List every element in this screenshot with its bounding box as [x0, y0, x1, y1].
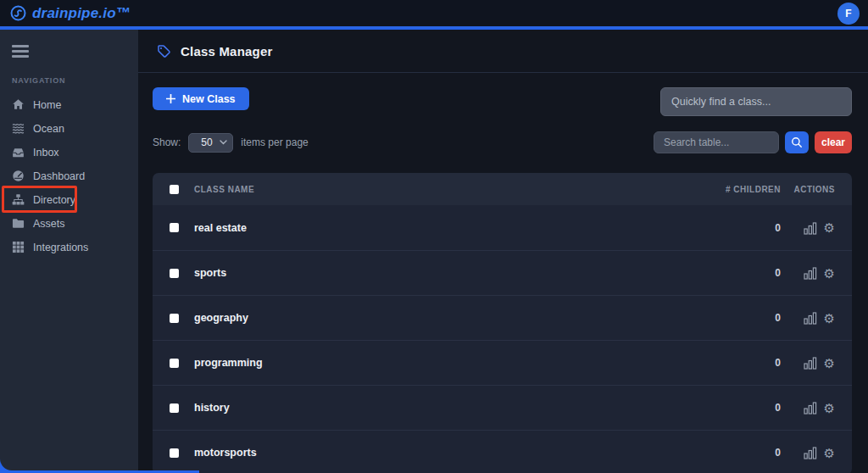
children-count-cell: 0 [713, 222, 781, 234]
row-checkbox[interactable] [170, 314, 179, 323]
sidebar: NAVIGATION Home Ocean [0, 30, 138, 470]
sidebar-item-label: Home [33, 99, 61, 111]
top-bar: drainpipe.io™ F [0, 0, 868, 28]
speedometer-icon [12, 170, 25, 182]
new-class-button-label: New Class [182, 93, 236, 105]
gear-icon[interactable]: ⚙ [824, 357, 835, 370]
sidebar-item-directory[interactable]: Directory [0, 188, 138, 212]
table-search-input[interactable] [654, 131, 779, 153]
row-checkbox[interactable] [170, 223, 179, 232]
quick-find-input[interactable] [660, 87, 852, 116]
sidebar-item-assets[interactable]: Assets [0, 212, 138, 236]
bar-chart-icon[interactable] [804, 401, 817, 415]
row-checkbox[interactable] [170, 269, 179, 278]
class-name-cell: real estate [194, 222, 713, 234]
chevron-down-icon [220, 140, 227, 145]
row-checkbox[interactable] [170, 359, 179, 368]
gear-icon[interactable]: ⚙ [824, 447, 835, 459]
items-per-page-label: items per page [241, 136, 308, 148]
table-search-group: clear [654, 131, 852, 153]
bar-chart-icon[interactable] [804, 446, 817, 459]
grid-icon [12, 241, 25, 253]
search-icon [791, 136, 803, 148]
class-name-cell: motorsports [194, 447, 713, 459]
column-header-actions: ACTIONS [793, 185, 835, 194]
new-class-button[interactable]: New Class [153, 87, 249, 110]
row-actions: ⚙ [793, 266, 835, 280]
sidebar-item-label: Dashboard [33, 170, 85, 182]
sidebar-item-ocean[interactable]: Ocean [0, 117, 138, 141]
children-count-cell: 0 [713, 357, 781, 369]
row-actions: ⚙ [793, 446, 835, 459]
search-button[interactable] [785, 131, 809, 153]
class-table: CLASS NAME # CHILDREN ACTIONS real estat… [153, 173, 852, 473]
children-count-cell: 0 [713, 267, 781, 279]
row-actions: ⚙ [793, 401, 835, 415]
page-size-group: Show: 50 items per page [153, 133, 309, 153]
sidebar-item-label: Assets [33, 218, 65, 230]
sidebar-item-home[interactable]: Home [0, 93, 138, 117]
logo-text: drainpipe.io™ [32, 5, 131, 22]
app-window: drainpipe.io™ F NAVIGATION Home [0, 0, 868, 473]
bar-chart-icon[interactable] [804, 266, 817, 280]
folder-icon [12, 217, 25, 230]
class-name-cell: programming [194, 357, 713, 369]
gear-icon[interactable]: ⚙ [824, 402, 835, 415]
bar-chart-icon[interactable] [804, 311, 817, 325]
gear-icon[interactable]: ⚙ [824, 221, 835, 234]
inbox-icon [12, 146, 25, 159]
toolbar-row-top: New Class [153, 87, 852, 116]
bar-chart-icon[interactable] [804, 356, 817, 370]
clear-button[interactable]: clear [815, 131, 852, 153]
row-actions: ⚙ [793, 356, 835, 370]
waves-icon [12, 122, 25, 135]
table-row: motorsports 0 ⚙ [153, 430, 852, 473]
logo[interactable]: drainpipe.io™ [10, 5, 131, 22]
tag-icon [157, 44, 171, 58]
class-name-cell: history [194, 402, 713, 414]
bar-chart-icon[interactable] [804, 221, 817, 235]
children-count-cell: 0 [713, 447, 781, 459]
row-checkbox[interactable] [170, 403, 179, 413]
row-checkbox[interactable] [170, 448, 179, 458]
class-name-cell: sports [194, 267, 713, 279]
menu-toggle-icon[interactable] [12, 45, 29, 58]
class-name-cell: geography [194, 312, 713, 324]
table-row: history 0 ⚙ [153, 385, 852, 430]
sidebar-item-label: Integrations [33, 242, 88, 253]
sidebar-item-label: Ocean [33, 123, 64, 135]
row-actions: ⚙ [793, 311, 835, 325]
home-icon [12, 98, 25, 111]
children-count-cell: 0 [713, 402, 781, 414]
sidebar-item-inbox[interactable]: Inbox [0, 141, 138, 164]
gear-icon[interactable]: ⚙ [824, 312, 835, 325]
children-count-cell: 0 [713, 312, 781, 324]
sidebar-item-label: Inbox [33, 147, 59, 159]
row-actions: ⚙ [793, 221, 835, 235]
table-row: sports 0 ⚙ [153, 250, 852, 295]
page-title: Class Manager [181, 44, 272, 58]
sidebar-item-integrations[interactable]: Integrations [0, 236, 138, 259]
table-row: real estate 0 ⚙ [153, 205, 852, 250]
sitemap-icon [12, 193, 25, 206]
select-all-checkbox[interactable] [170, 185, 179, 194]
sidebar-item-dashboard[interactable]: Dashboard [0, 164, 138, 188]
page-size-select[interactable]: 50 [188, 133, 233, 153]
column-header-children: # CHILDREN [713, 185, 781, 194]
column-header-class-name: CLASS NAME [194, 185, 713, 194]
page-content: New Class Show: 50 items per page [138, 73, 868, 473]
nav-section-label: NAVIGATION [12, 76, 138, 85]
toolbar-row-bottom: Show: 50 items per page cl [153, 131, 852, 153]
table-header-row: CLASS NAME # CHILDREN ACTIONS [153, 173, 852, 205]
gear-icon[interactable]: ⚙ [824, 267, 835, 280]
user-avatar[interactable]: F [837, 3, 860, 25]
table-row: programming 0 ⚙ [153, 340, 852, 385]
plus-icon [166, 94, 175, 103]
page-size-value: 50 [201, 136, 212, 148]
page-header: Class Manager [138, 30, 868, 73]
sidebar-item-label: Directory [33, 194, 75, 206]
table-row: geography 0 ⚙ [153, 295, 852, 340]
drainpipe-logo-icon [10, 5, 26, 21]
main-area: Class Manager New Class Show: 50 items p… [138, 30, 868, 473]
show-label: Show: [153, 136, 181, 148]
